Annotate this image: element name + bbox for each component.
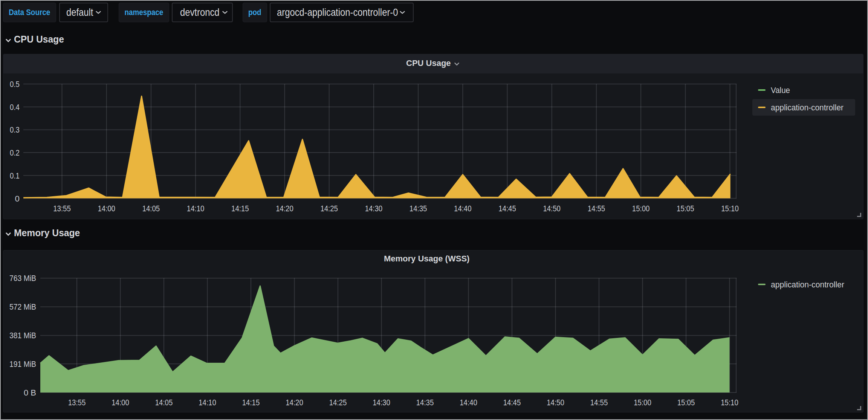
- svg-text:14:30: 14:30: [365, 204, 383, 213]
- svg-text:13:55: 13:55: [68, 398, 86, 407]
- svg-text:15:10: 15:10: [721, 204, 739, 213]
- svg-text:191 MiB: 191 MiB: [9, 359, 36, 369]
- svg-text:0: 0: [15, 194, 20, 203]
- svg-text:14:10: 14:10: [187, 204, 205, 213]
- svg-text:14:45: 14:45: [498, 204, 516, 213]
- svg-text:15:05: 15:05: [677, 398, 695, 407]
- svg-text:application-controller: application-controller: [771, 103, 844, 112]
- svg-text:14:40: 14:40: [454, 204, 472, 213]
- svg-text:15:00: 15:00: [632, 204, 650, 213]
- svg-text:15:05: 15:05: [677, 204, 694, 213]
- svg-text:14:20: 14:20: [276, 204, 293, 213]
- svg-text:14:45: 14:45: [503, 398, 521, 407]
- svg-text:15:00: 15:00: [634, 398, 651, 407]
- svg-text:14:20: 14:20: [286, 398, 303, 407]
- svg-text:13:55: 13:55: [53, 204, 71, 213]
- svg-text:14:35: 14:35: [416, 398, 434, 407]
- svg-text:Value: Value: [771, 86, 790, 95]
- svg-text:14:25: 14:25: [329, 398, 347, 407]
- svg-text:0.1: 0.1: [10, 171, 20, 180]
- svg-text:0.5: 0.5: [10, 79, 20, 89]
- svg-text:14:15: 14:15: [242, 398, 260, 407]
- svg-text:763 MiB: 763 MiB: [9, 273, 36, 283]
- svg-text:14:50: 14:50: [543, 204, 561, 213]
- svg-text:14:55: 14:55: [588, 204, 605, 213]
- svg-text:14:10: 14:10: [199, 398, 216, 407]
- svg-text:0 B: 0 B: [24, 388, 36, 397]
- svg-text:0.4: 0.4: [10, 102, 20, 112]
- svg-text:14:35: 14:35: [410, 204, 427, 213]
- svg-text:14:25: 14:25: [320, 204, 338, 213]
- svg-text:0.2: 0.2: [10, 148, 20, 157]
- svg-text:381 MiB: 381 MiB: [9, 331, 36, 340]
- svg-text:14:55: 14:55: [590, 398, 608, 407]
- svg-text:application-controller: application-controller: [771, 280, 844, 289]
- svg-text:14:05: 14:05: [155, 398, 173, 407]
- svg-text:14:05: 14:05: [142, 204, 160, 213]
- svg-text:572 MiB: 572 MiB: [9, 302, 36, 312]
- svg-text:14:15: 14:15: [231, 204, 249, 213]
- svg-text:14:40: 14:40: [460, 398, 477, 407]
- svg-text:14:00: 14:00: [112, 398, 129, 407]
- svg-text:14:50: 14:50: [547, 398, 564, 407]
- svg-text:15:10: 15:10: [721, 398, 738, 407]
- svg-text:14:30: 14:30: [373, 398, 390, 407]
- svg-text:14:00: 14:00: [98, 204, 115, 213]
- svg-text:0.3: 0.3: [10, 125, 20, 134]
